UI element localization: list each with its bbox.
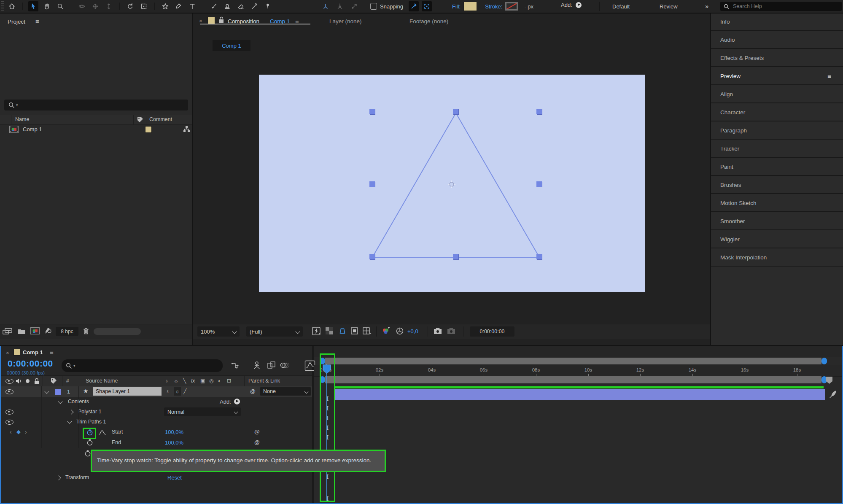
fill-label[interactable]: Fill: [452,3,461,10]
comp-subtab[interactable]: Comp 1 [213,40,250,51]
contents-add-button[interactable] [234,399,240,404]
help-search-input[interactable] [732,3,838,10]
project-item-row[interactable]: Comp 1 [0,124,192,135]
sidebar-item-smoother[interactable]: Smoother [711,213,843,230]
camera-marquee-tool[interactable] [139,1,149,11]
include-in-graph-editor-icon[interactable] [99,430,106,435]
new-folder-icon[interactable] [18,328,26,334]
help-search[interactable] [720,2,842,11]
parent-dropdown[interactable]: None [260,387,311,396]
navigator-bar[interactable] [325,358,821,364]
roto-brush-tool[interactable] [249,1,259,11]
parent-link-column-label[interactable]: Parent & Link [248,378,280,384]
selection-handle[interactable] [536,109,542,114]
end-stopwatch-icon[interactable] [86,439,93,446]
sidebar-item-wiggler[interactable]: Wiggler [711,231,843,248]
layer-collapse-toggle[interactable]: ☼ [174,387,181,396]
layer-expand-chevron[interactable] [44,389,49,393]
selection-handle[interactable] [369,254,375,259]
trim-paths-expand-chevron[interactable] [67,419,72,423]
add-button[interactable] [576,2,582,8]
snap-along-edges-icon[interactable] [409,1,419,11]
column-name[interactable]: Name [15,116,29,122]
layer-quality-toggle[interactable]: ╱ [183,388,186,394]
footage-tab[interactable]: Footage (none) [409,18,448,24]
transform-reset-button[interactable]: Reset [167,474,182,481]
layer-marker-quill-icon[interactable] [828,390,838,399]
start-value[interactable]: 100,0% [165,429,183,435]
snapshot-icon[interactable] [434,327,442,334]
selection-handle[interactable] [453,254,458,259]
label-color-column-icon[interactable] [137,116,144,123]
project-item-label-swatch[interactable] [145,126,152,133]
selection-handle[interactable] [453,109,458,114]
polystar-label[interactable]: Polystar 1 [78,409,102,415]
next-keyframe-arrow[interactable]: › [25,429,27,435]
end-pickwhip-icon[interactable]: @ [254,439,260,445]
selection-handle[interactable] [536,181,542,187]
column-comment[interactable]: Comment [149,116,172,122]
layer-tab[interactable]: Layer (none) [329,18,362,24]
project-search[interactable]: ▾ [4,100,188,111]
sidebar-item-paint[interactable]: Paint [711,159,843,176]
hand-tool[interactable] [42,1,52,11]
grid-guides-icon[interactable] [363,327,372,334]
work-area-bar[interactable] [325,376,821,383]
keyframe-diamond-icon[interactable]: ◆ [16,429,21,435]
comp-mini-flowchart-icon[interactable] [231,362,240,369]
home-tool[interactable] [7,1,17,11]
draft-3d-icon[interactable] [252,361,261,370]
layer-pickwhip-icon[interactable]: @ [250,388,256,394]
show-snapshot-icon[interactable] [447,327,455,334]
previous-keyframe-arrow[interactable]: ‹ [10,429,12,435]
preview-panel-menu-icon[interactable]: ≡ [827,73,831,80]
zoom-tool[interactable] [55,1,65,11]
workspace-default[interactable]: Default [612,3,630,10]
exposure-value[interactable]: +0,0 [407,328,418,334]
snap-to-features-icon[interactable] [422,1,432,11]
motion-blur-icon[interactable] [280,361,290,369]
polystar-visibility-toggle[interactable] [5,410,13,415]
timeline-panel-menu-icon[interactable]: ≡ [50,348,54,356]
exposure-icon[interactable] [396,327,404,335]
timeline-tab-title[interactable]: Comp 1 [23,349,43,356]
workspace-review[interactable]: Review [660,3,678,10]
trim-paths-visibility-toggle[interactable] [5,420,13,425]
channel-rgb-icon[interactable] [381,327,390,335]
project-search-input[interactable] [20,102,184,108]
pen-tool[interactable] [174,1,184,11]
transform-label[interactable]: Transform [65,474,89,480]
stroke-label[interactable]: Stroke: [485,3,502,10]
preview-timecode-box[interactable]: 0:00:00:00 [470,326,514,337]
project-item-name[interactable]: Comp 1 [23,126,42,132]
selection-handle[interactable] [536,254,542,259]
start-label[interactable]: Start [112,429,123,435]
trim-paths-label[interactable]: Trim Paths 1 [76,419,106,425]
sidebar-item-tracker[interactable]: Tracker [711,140,843,158]
navigator-right-cap[interactable] [821,358,827,364]
eraser-tool[interactable] [236,1,246,11]
sidebar-item-effects-presets[interactable]: Effects & Presets [711,50,843,67]
resolution-dropdown[interactable]: (Full) [246,326,303,337]
orbit-camera-tool[interactable] [77,1,87,11]
sidebar-item-paragraph[interactable]: Paragraph [711,122,843,140]
layer-video-toggle[interactable] [5,389,13,394]
composition-tab-label-swatch[interactable] [207,17,215,24]
contents-expand-chevron[interactable] [58,399,62,404]
magnification-dropdown[interactable]: 100% [197,326,240,337]
dolly-camera-tool[interactable] [104,1,114,11]
sidebar-item-info[interactable]: Info [711,13,843,31]
clone-stamp-tool[interactable] [222,1,232,11]
polystar-expand-chevron[interactable] [69,410,73,414]
sidebar-item-brushes[interactable]: Brushes [711,177,843,194]
layer-duration-bar[interactable] [335,389,825,400]
sidebar-item-character[interactable]: Character [711,104,843,121]
sidebar-item-audio[interactable]: Audio [711,32,843,49]
view-axis-mode[interactable] [349,1,359,11]
anchor-point-icon[interactable] [447,180,456,189]
transparency-grid-icon[interactable] [326,327,333,334]
interpret-footage-icon[interactable] [3,328,13,335]
sidebar-item-align[interactable]: Align [711,86,843,103]
color-depth-button[interactable]: 8 bpc [56,327,78,336]
timeline-close-icon[interactable]: × [6,350,9,356]
